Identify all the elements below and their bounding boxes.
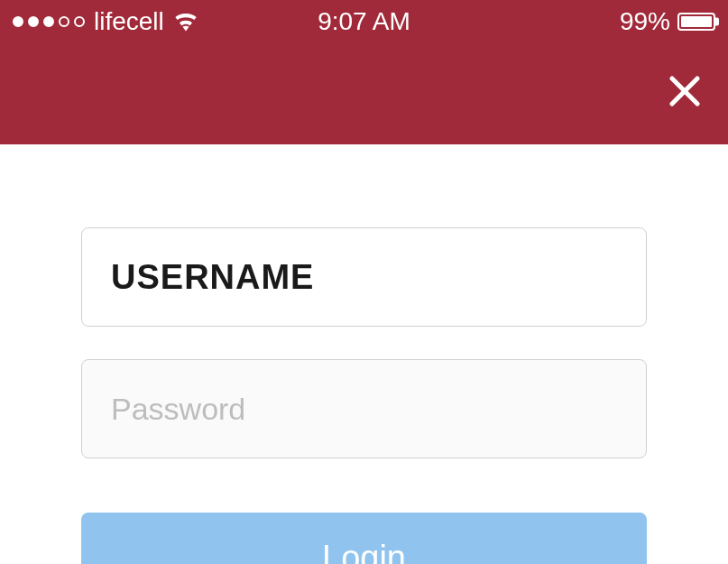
- username-input[interactable]: [81, 227, 647, 327]
- battery-percent: 99%: [620, 7, 670, 36]
- signal-strength-icon: [13, 16, 85, 27]
- carrier-label: lifecell: [94, 7, 164, 36]
- status-bar: lifecell 9:07 AM 99%: [0, 0, 728, 43]
- wifi-icon: [173, 12, 198, 32]
- status-bar-right: 99%: [620, 7, 715, 36]
- battery-icon: [677, 13, 715, 31]
- status-bar-left: lifecell: [13, 7, 198, 36]
- status-time: 9:07 AM: [318, 7, 410, 36]
- login-button[interactable]: Login: [81, 513, 647, 564]
- login-form: Login: [0, 144, 728, 564]
- header: [0, 43, 728, 144]
- close-icon[interactable]: [667, 69, 703, 119]
- password-input[interactable]: [81, 359, 647, 458]
